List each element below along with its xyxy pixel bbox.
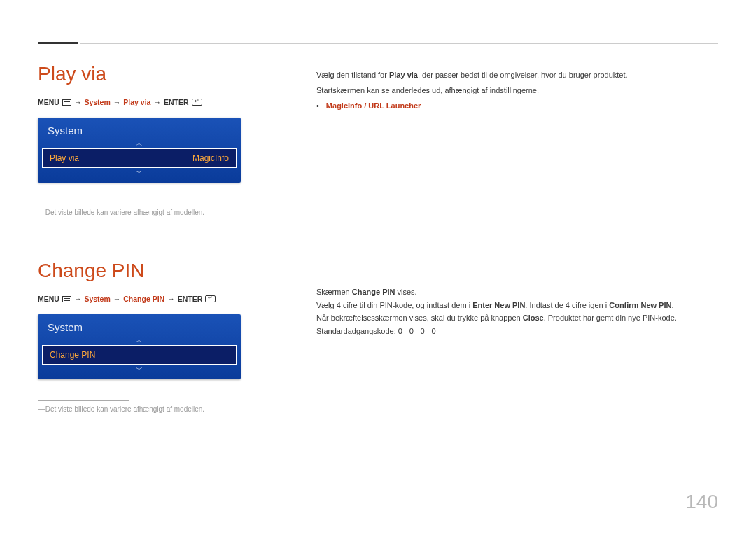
text: . Indtast de 4 cifre igen i	[525, 301, 609, 309]
enter-icon	[205, 295, 216, 302]
bullet-text: MagicInfo / URL Launcher	[326, 99, 421, 113]
path-item: Play via	[123, 98, 150, 106]
chevron-down-icon: ﹀	[38, 367, 241, 372]
enter-label: ENTER	[178, 295, 203, 303]
chevron-down-icon: ﹀	[38, 170, 241, 176]
bullet-dot: •	[316, 99, 319, 113]
osd-item-play-via: Play via MagicInfo	[42, 148, 237, 168]
arrow: →	[167, 295, 175, 303]
section1-description: Vælg den tilstand for Play via, der pass…	[316, 69, 708, 113]
section1-title: Play via	[38, 63, 290, 85]
footnote-rule	[38, 400, 129, 401]
desc2-line2: Vælg 4 cifre til din PIN-kode, og indtas…	[316, 299, 708, 312]
chevron-up-icon: ︿	[38, 141, 241, 146]
arrow: →	[74, 98, 82, 106]
section2-osd-panel: System ︿ Change PIN ﹀	[38, 314, 241, 379]
text: Vælg den tilstand for	[316, 71, 389, 79]
menu-label: MENU	[38, 98, 59, 106]
bold-text: Close	[523, 314, 544, 322]
text: , der passer bedst til de omgivelser, hv…	[418, 71, 628, 79]
desc-line1: Vælg den tilstand for Play via, der pass…	[316, 69, 708, 82]
header-thin-rule	[80, 43, 718, 44]
enter-icon	[192, 99, 202, 106]
section2-footnote: Det viste billede kan variere afhængigt …	[38, 405, 290, 413]
section2-menu-path: MENU → System → Change PIN → ENTER	[38, 295, 290, 303]
arrow: →	[153, 98, 161, 106]
section2-title: Change PIN	[38, 260, 290, 282]
section2-description: Skærmen Change PIN vises. Vælg 4 cifre t…	[316, 286, 708, 338]
menu-icon	[62, 296, 71, 302]
text: Skærmen	[316, 288, 352, 296]
arrow: →	[113, 98, 121, 106]
bold-text: Play via	[389, 71, 418, 79]
text: . Produktet har gemt din nye PIN-kode.	[544, 314, 677, 322]
left-column: Play via MENU → System → Play via → ENTE…	[38, 63, 290, 413]
page-number: 140	[685, 491, 718, 513]
arrow: →	[113, 295, 121, 303]
bold-text: Change PIN	[352, 288, 396, 296]
chevron-up-icon: ︿	[38, 337, 241, 343]
osd-item-label: Change PIN	[50, 350, 95, 360]
text: Vælg 4 cifre til din PIN-kode, og indtas…	[316, 301, 472, 309]
osd-item-change-pin: Change PIN	[42, 345, 237, 365]
text: Når bekræftelsesskærmen vises, skal du t…	[316, 314, 523, 322]
panel-header: System	[38, 123, 241, 141]
enter-label: ENTER	[164, 98, 189, 106]
default-pin-note: Standardadgangskode: 0 - 0 - 0 - 0	[316, 325, 708, 338]
menu-label: MENU	[38, 295, 59, 303]
section1-osd-panel: System ︿ Play via MagicInfo ﹀	[38, 118, 241, 183]
desc-line2: Startskærmen kan se anderledes ud, afhæn…	[316, 84, 708, 97]
path-system: System	[84, 98, 110, 106]
footnote-rule	[38, 204, 129, 204]
osd-item-value: MagicInfo	[192, 153, 229, 163]
text: vises.	[395, 288, 416, 296]
arrow: →	[74, 295, 82, 303]
section1-footnote: Det viste billede kan variere afhængigt …	[38, 209, 290, 216]
menu-icon	[62, 99, 71, 106]
panel-header: System	[38, 320, 241, 337]
text: .	[671, 301, 673, 309]
bold-text: Enter New PIN	[472, 301, 525, 309]
desc2-line3: Når bekræftelsesskærmen vises, skal du t…	[316, 311, 708, 325]
bold-text: Confirm New PIN	[609, 301, 671, 309]
header-thick-rule	[38, 42, 78, 44]
desc2-line1: Skærmen Change PIN vises.	[316, 286, 708, 299]
path-item: Change PIN	[123, 295, 164, 303]
section1-menu-path: MENU → System → Play via → ENTER	[38, 98, 290, 106]
path-system: System	[84, 295, 110, 303]
bullet-item: • MagicInfo / URL Launcher	[316, 99, 708, 113]
osd-item-label: Play via	[50, 153, 79, 163]
